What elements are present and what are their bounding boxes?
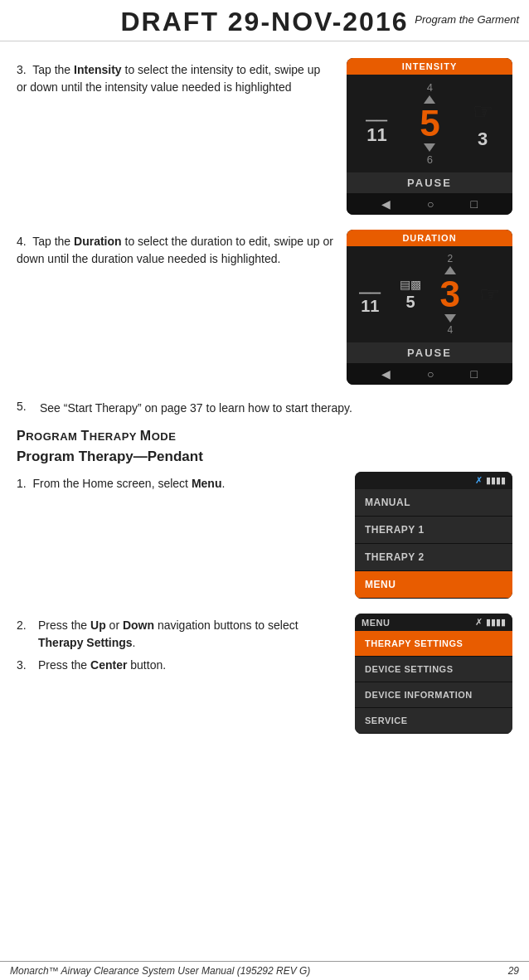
step-3-text: 3. Tap the Intensity to select the inten… xyxy=(17,58,333,96)
intensity-wave-icon: ⎯⎯ xyxy=(366,101,387,123)
intensity-header: INTENSITY xyxy=(347,58,512,75)
step-4-number: 4. xyxy=(17,235,27,248)
menu2-item-therapy-settings[interactable]: THERAPY SETTINGS xyxy=(355,631,512,657)
menu2-label: MENU xyxy=(362,618,390,628)
step2-end: navigation buttons to select xyxy=(154,619,298,632)
draft-title: DRAFT 29-NOV-2016 xyxy=(121,7,409,36)
menu2-top-bar: MENU ✗ ▮▮▮▮ xyxy=(355,614,512,631)
duration-header: DURATION xyxy=(347,230,512,246)
intensity-screen: INTENSITY ⎯⎯ 11 4 5 6 ☞ 3 xyxy=(347,58,512,215)
bluetooth-icon: ✗ xyxy=(475,475,483,486)
step-4-text: 4. Tap the Duration to select the durati… xyxy=(17,230,333,268)
step-3-number: 3. xyxy=(17,63,27,76)
program-therapy-mode-label: PROGRAM THERAPY MODE xyxy=(17,429,176,443)
step-3-bold: Intensity xyxy=(74,63,122,76)
menu2-item-device-info[interactable]: DEVICE INFORMATION xyxy=(355,682,512,708)
nav-menu-icon: □ xyxy=(471,197,478,211)
step2-mid: or xyxy=(106,619,123,632)
intensity-main-num: 5 xyxy=(420,105,439,142)
pendant-step-2-number: 2. xyxy=(17,617,33,634)
dur-nav-back-icon: ◀ xyxy=(381,367,391,381)
duration-hand-icon: ☞ xyxy=(479,281,500,308)
duration-bottom-num: 4 xyxy=(447,324,453,336)
intensity-hand-icon: ☞ xyxy=(473,98,493,125)
step-5-number: 5. xyxy=(17,400,35,413)
intensity-pause: PAUSE xyxy=(347,172,512,193)
menu-item-manual[interactable]: MANUAL xyxy=(355,489,512,517)
menu2-device-settings-label: DEVICE SETTINGS xyxy=(365,664,454,674)
pendant-step-1-text: 1. From the Home screen, select Menu. xyxy=(17,472,342,492)
program-therapy-mode-heading: PROGRAM THERAPY MODE xyxy=(17,429,512,444)
step2-therapy: Therapy Settings xyxy=(38,636,133,649)
program-therapy-pendant-heading: Program Therapy—Pendant xyxy=(17,449,512,465)
page-subtitle: Program the Garment xyxy=(415,13,519,26)
pendant-step-1-end: . xyxy=(221,477,225,490)
menu2-therapy-settings-label: THERAPY SETTINGS xyxy=(365,638,463,648)
step3-text-start: Press the xyxy=(38,658,90,672)
menu-item-menu[interactable]: MENU xyxy=(355,571,512,599)
intensity-bottom-num: 6 xyxy=(427,153,433,166)
step2-down: Down xyxy=(123,619,154,632)
menu-item-menu-label: MENU xyxy=(365,579,396,590)
duration-body: ⎯⎯ 11 ▤▩ 5 2 3 4 ☞ xyxy=(347,246,512,342)
intensity-left-num: 11 xyxy=(366,124,386,146)
nav-home-icon: ○ xyxy=(427,197,434,211)
main-content: 3. Tap the Intensity to select the inten… xyxy=(0,41,529,757)
step2-up: Up xyxy=(90,619,106,632)
pendant-step-23-row: 2. Press the Up or Down navigation butto… xyxy=(17,614,512,734)
duration-mid-num: 5 xyxy=(405,293,415,312)
pendant-step-1-menu: Menu xyxy=(192,477,222,490)
menu-item-manual-label: MANUAL xyxy=(365,497,410,508)
menu-screen-2: MENU ✗ ▮▮▮▮ THERAPY SETTINGS DEVICE SETT… xyxy=(355,614,512,734)
step-4-row: 4. Tap the Duration to select the durati… xyxy=(17,230,512,385)
duration-pause: PAUSE xyxy=(347,342,512,363)
pendant-step-1-start: From the Home screen, select xyxy=(32,477,191,490)
menu-screen-1: ✗ ▮▮▮▮ MANUAL THERAPY 1 THERAPY 2 MENU xyxy=(355,472,512,599)
menu2-bt-batt: ✗ ▮▮▮▮ xyxy=(475,617,506,628)
pendant-step-2-text: Press the Up or Down navigation buttons … xyxy=(38,617,342,652)
duration-left-num: 11 xyxy=(361,297,379,316)
step3-center: Center xyxy=(90,658,127,672)
pendant-step-3: 3. Press the Center button. xyxy=(17,657,342,674)
battery-icon: ▮▮▮▮ xyxy=(486,475,506,486)
dur-nav-menu-icon: □ xyxy=(471,367,478,381)
dur-nav-home-icon: ○ xyxy=(427,367,434,381)
step-5-row: 5. See “Start Therapy” on page 37 to lea… xyxy=(17,400,512,417)
step-4-text-start: Tap the xyxy=(32,235,74,248)
duration-bar-icon: ▤▩ xyxy=(400,278,421,291)
step-3-row: 3. Tap the Intensity to select the inten… xyxy=(17,58,512,215)
step2-text-start: Press the xyxy=(38,619,90,632)
step2-final: . xyxy=(133,636,136,649)
menu-top-bar: ✗ ▮▮▮▮ xyxy=(355,472,512,489)
duration-screen: DURATION ⎯⎯ 11 ▤▩ 5 2 3 4 xyxy=(347,230,512,385)
menu-item-therapy2-label: THERAPY 2 xyxy=(365,551,425,563)
intensity-right-num: 3 xyxy=(478,129,488,150)
pendant-step-3-text: Press the Center button. xyxy=(38,657,342,674)
pendant-step-1-number: 1. xyxy=(17,477,27,490)
pendant-step-2: 2. Press the Up or Down navigation butto… xyxy=(17,617,342,652)
intensity-nav: ◀ ○ □ xyxy=(347,193,512,215)
step3-end: button. xyxy=(127,658,166,672)
pendant-step-3-number: 3. xyxy=(17,657,33,674)
menu2-service-label: SERVICE xyxy=(365,716,408,725)
menu-item-therapy1-label: THERAPY 1 xyxy=(365,524,425,536)
duration-top-num: 2 xyxy=(447,253,453,264)
duration-main-num: 3 xyxy=(440,276,460,313)
step-3-text-start: Tap the xyxy=(32,63,74,76)
menu2-bt-icon: ✗ xyxy=(475,617,483,628)
menu2-item-device-settings[interactable]: DEVICE SETTINGS xyxy=(355,657,512,682)
menu2-battery-icon: ▮▮▮▮ xyxy=(486,617,506,628)
nav-back-icon: ◀ xyxy=(381,197,391,211)
footer-page-number: 29 xyxy=(508,965,519,977)
step-4-bold: Duration xyxy=(74,235,122,248)
step-5-text: See “Start Therapy” on page 37 to learn … xyxy=(40,400,352,417)
intensity-top-num: 4 xyxy=(427,81,433,94)
duration-wave-icon: ⎯⎯ xyxy=(359,274,381,295)
intensity-arrow-down xyxy=(424,143,435,152)
intensity-body: ⎯⎯ 11 4 5 6 ☞ 3 xyxy=(347,75,512,172)
menu2-device-info-label: DEVICE INFORMATION xyxy=(365,690,473,700)
footer-left: Monarch™ Airway Clearance System User Ma… xyxy=(10,965,310,977)
menu-item-therapy1[interactable]: THERAPY 1 xyxy=(355,517,512,544)
menu-item-therapy2[interactable]: THERAPY 2 xyxy=(355,544,512,571)
menu2-item-service[interactable]: SERVICE xyxy=(355,708,512,734)
